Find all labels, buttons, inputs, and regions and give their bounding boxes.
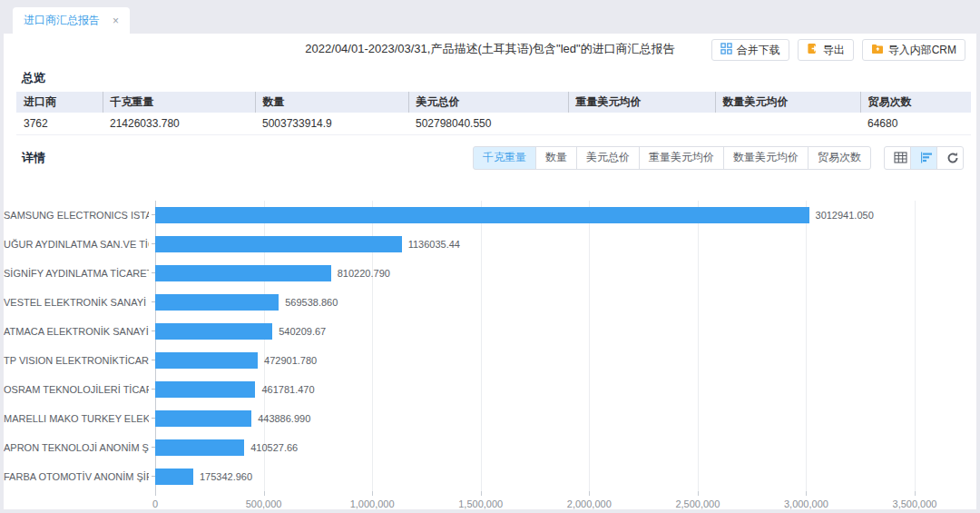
x-tick-mark xyxy=(264,491,265,496)
bar[interactable] xyxy=(155,323,272,340)
table-cell: 502798040.550 xyxy=(408,113,568,134)
chart-row: ATMACA ELEKTRONİK SANAYİ VE Tİ...540209.… xyxy=(4,317,915,346)
bar-area: 443886.990 xyxy=(155,404,915,433)
bar[interactable] xyxy=(155,236,402,252)
detail-toolbar: 千克重量数量美元总价重量美元均价数量美元均价贸易次数 xyxy=(473,146,964,170)
metric-tab-1[interactable]: 数量 xyxy=(535,146,577,170)
bar-value-label: 472901.780 xyxy=(264,355,317,366)
category-label: MARELLI MAKO TURKEY ELEKTRİK S... xyxy=(4,413,149,424)
bar[interactable] xyxy=(155,352,258,369)
column-header: 进口商 xyxy=(16,92,103,113)
bar-value-label: 1136035.44 xyxy=(408,239,460,250)
bar-value-label: 175342.960 xyxy=(200,471,252,482)
merge-grid-icon xyxy=(720,43,732,57)
table-cell xyxy=(715,113,860,134)
table-view-button[interactable] xyxy=(884,146,911,170)
x-tick-mark xyxy=(155,491,156,496)
tab-importer-summary-report[interactable]: 进口商汇总报告 × xyxy=(13,7,130,34)
importer-bar-chart: SAMSUNG ELECTRONICS ISTANBUL P...3012941… xyxy=(4,201,976,513)
category-label: SAMSUNG ELECTRONICS ISTANBUL P... xyxy=(4,210,149,221)
import-crm-label: 导入内部CRM xyxy=(888,43,956,58)
bar[interactable] xyxy=(155,410,251,427)
bar-area: 410527.66 xyxy=(155,433,915,462)
table-cell: 3762 xyxy=(16,113,103,134)
bar[interactable] xyxy=(155,381,255,398)
category-label: ATMACA ELEKTRONİK SANAYİ VE Tİ... xyxy=(4,326,149,337)
detail-section-title: 详情 xyxy=(22,150,45,166)
table-cell: 5003733914.9 xyxy=(255,113,408,134)
bar-value-label: 410527.66 xyxy=(250,442,298,453)
metric-tab-5[interactable]: 贸易次数 xyxy=(808,146,871,170)
chart-row: MARELLI MAKO TURKEY ELEKTRİK S...443886.… xyxy=(4,404,915,433)
bar[interactable] xyxy=(155,265,331,281)
tab-label: 进口商汇总报告 xyxy=(24,13,100,28)
export-button[interactable]: 导出 xyxy=(798,39,854,61)
chart-row: TP VISION ELEKTRONİKTİCARET AN...472901.… xyxy=(4,346,915,375)
chart-row: SİGNİFY AYDINLATMA TİCARET ANO...810220.… xyxy=(4,259,915,288)
bar-area: 810220.790 xyxy=(155,259,915,288)
metric-tab-3[interactable]: 重量美元均价 xyxy=(639,146,724,170)
bar[interactable] xyxy=(155,294,279,311)
header-buttons: 合并下载 导出 导入内部CRM xyxy=(711,39,965,61)
chart-row: UĞUR AYDINLATMA SAN.VE TİC.LTD...1136035… xyxy=(4,230,915,259)
import-crm-button[interactable]: 导入内部CRM xyxy=(862,39,965,61)
merge-download-label: 合并下载 xyxy=(737,43,780,58)
overview-table-row: 376221426033.7805003733914.9502798040.55… xyxy=(16,113,971,134)
overview-table-header: 进口商千克重量数量美元总价重量美元均价数量美元均价贸易次数 xyxy=(16,92,971,113)
category-label: OSRAM TEKNOLOJİLERİ TİCARET AN... xyxy=(4,384,149,395)
x-tick-mark xyxy=(698,491,699,496)
bar-area: 1136035.44 xyxy=(155,230,915,259)
column-header: 千克重量 xyxy=(103,92,255,113)
x-tick-label: 1,500,000 xyxy=(458,498,503,509)
detail-toolbar-row: 详情 千克重量数量美元总价重量美元均价数量美元均价贸易次数 xyxy=(22,146,964,170)
bar-value-label: 3012941.050 xyxy=(816,210,874,221)
column-header: 贸易次数 xyxy=(860,92,971,113)
bar-area: 3012941.050 xyxy=(155,201,915,230)
bar[interactable] xyxy=(155,469,193,485)
x-tick-label: 0 xyxy=(152,498,158,509)
export-label: 导出 xyxy=(823,43,845,58)
chart-row: VESTEL ELEKTRONİK SANAYİ VE Tİ...569538.… xyxy=(4,288,915,317)
overview-table: 进口商千克重量数量美元总价重量美元均价数量美元均价贸易次数 3762214260… xyxy=(16,92,971,135)
x-tick-label: 3,000,000 xyxy=(784,498,828,509)
bar[interactable] xyxy=(155,207,809,223)
bar-area: 540209.67 xyxy=(155,317,915,346)
x-tick-label: 2,500,000 xyxy=(675,498,720,509)
chart-plot-area: SAMSUNG ELECTRONICS ISTANBUL P...3012941… xyxy=(4,201,915,491)
bar-area: 472901.780 xyxy=(155,346,915,375)
merge-download-button[interactable]: 合并下载 xyxy=(711,39,789,61)
table-cell: 64680 xyxy=(860,113,971,134)
bar-chart-view-icon xyxy=(920,152,934,163)
column-header: 数量 xyxy=(255,92,408,113)
chart-row: FARBA OTOMOTİV ANONİM ŞİRKETİ175342.960 xyxy=(4,462,915,491)
x-tick-label: 3,500,000 xyxy=(893,498,937,509)
table-view-icon xyxy=(894,152,907,163)
bar[interactable] xyxy=(155,439,244,456)
x-tick-mark xyxy=(589,491,590,496)
column-header: 美元总价 xyxy=(408,92,568,113)
bar-value-label: 443886.990 xyxy=(258,413,310,424)
bar-value-label: 569538.860 xyxy=(285,297,338,308)
bar-chart-view-button[interactable] xyxy=(910,146,937,170)
category-label: TP VISION ELEKTRONİKTİCARET AN... xyxy=(4,355,149,366)
x-tick-mark xyxy=(372,491,373,496)
chart-row: APRON TEKNOLOJİ ANONİM ŞİRKETİ410527.66 xyxy=(4,433,915,462)
table-cell xyxy=(568,113,715,134)
category-label: FARBA OTOMOTİV ANONİM ŞİRKETİ xyxy=(4,471,149,482)
tab-close-icon[interactable]: × xyxy=(113,15,119,26)
metric-tab-0[interactable]: 千克重量 xyxy=(473,146,536,170)
metric-tab-group: 千克重量数量美元总价重量美元均价数量美元均价贸易次数 xyxy=(473,146,871,170)
view-switch-group xyxy=(884,146,964,170)
chart-row: OSRAM TEKNOLOJİLERİ TİCARET AN...461781.… xyxy=(4,375,915,404)
category-label: APRON TEKNOLOJİ ANONİM ŞİRKETİ xyxy=(4,442,149,453)
column-header: 数量美元均价 xyxy=(715,92,860,113)
category-label: SİGNİFY AYDINLATMA TİCARET ANO... xyxy=(4,268,149,279)
bar-area: 569538.860 xyxy=(155,288,915,317)
metric-tab-2[interactable]: 美元总价 xyxy=(576,146,640,170)
refresh-button[interactable] xyxy=(936,146,964,170)
metric-tab-4[interactable]: 数量美元均价 xyxy=(723,146,808,170)
category-label: UĞUR AYDINLATMA SAN.VE TİC.LTD... xyxy=(4,239,149,250)
x-tick-mark xyxy=(481,491,482,496)
refresh-icon xyxy=(946,152,959,164)
title-row: 2022/04/01-2023/03/31,产品描述(土耳其语)包含"led"的… xyxy=(4,34,976,64)
